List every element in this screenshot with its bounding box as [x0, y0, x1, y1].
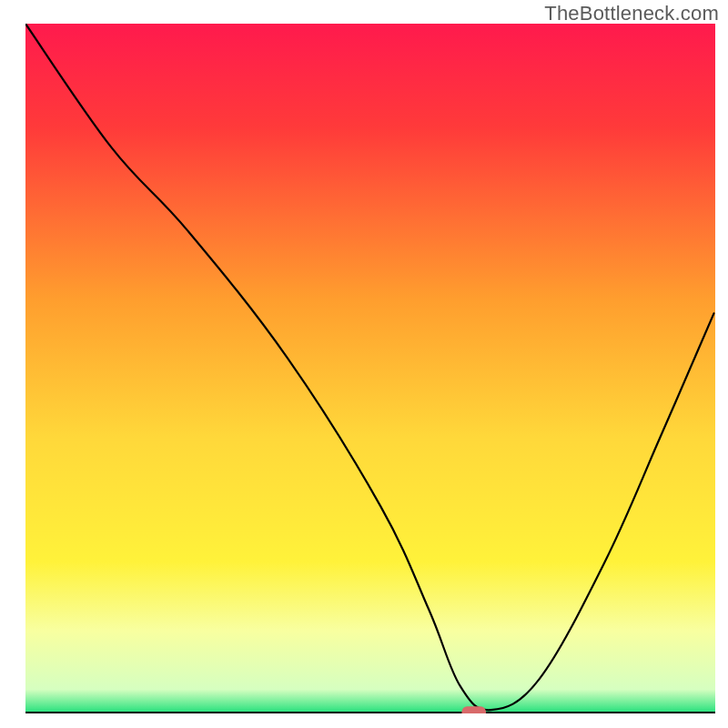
watermark-text: TheBottleneck.com [544, 2, 719, 25]
optimal-marker [461, 706, 486, 713]
chart-stage: TheBottleneck.com [0, 0, 728, 728]
plot-area [25, 24, 715, 713]
gradient-background [25, 24, 715, 713]
chart-svg [25, 24, 715, 713]
